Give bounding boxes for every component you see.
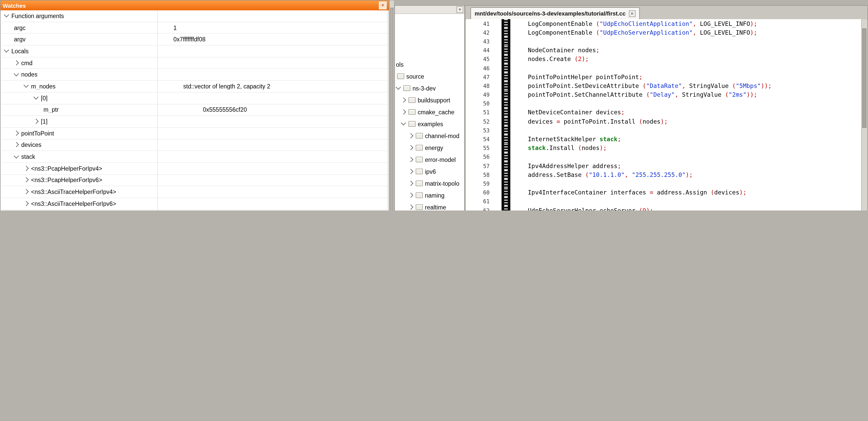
line-number[interactable]: 48: [466, 83, 494, 89]
watch-row[interactable]: Function arguments: [1, 10, 388, 22]
tree-item-ns-3-dev[interactable]: ns-3-dev: [395, 82, 464, 94]
breakpoint-margin[interactable]: [501, 143, 510, 152]
expand-icon[interactable]: [408, 181, 413, 186]
gutter-marker[interactable]: [494, 135, 501, 143]
expand-icon[interactable]: [408, 157, 413, 162]
collapse-icon[interactable]: [24, 83, 29, 88]
expand-icon[interactable]: [33, 119, 38, 124]
breakpoint-margin[interactable]: [501, 37, 510, 46]
watch-row[interactable]: [1]: [1, 116, 388, 128]
breakpoint-margin[interactable]: [501, 46, 510, 55]
collapse-icon[interactable]: [4, 48, 9, 53]
breakpoint-margin[interactable]: [501, 55, 510, 64]
expand-icon[interactable]: [24, 177, 29, 183]
watch-row[interactable]: m_nodesstd::vector of length 2, capacity…: [1, 81, 388, 92]
watch-row[interactable]: m_tcpFactory: [1, 210, 388, 210]
breakpoint-margin[interactable]: [501, 99, 510, 108]
editor-vscrollbar[interactable]: [861, 19, 867, 210]
expand-icon[interactable]: [408, 169, 413, 174]
close-icon[interactable]: ×: [629, 10, 636, 17]
breakpoint-margin[interactable]: [501, 72, 510, 81]
tree-item-error-model[interactable]: error-model: [395, 154, 464, 165]
line-number[interactable]: 53: [466, 127, 494, 133]
collapse-icon[interactable]: [401, 120, 406, 125]
watch-row[interactable]: cmd: [1, 57, 388, 69]
expand-icon[interactable]: [401, 97, 406, 102]
expand-icon[interactable]: [408, 204, 413, 209]
collapse-icon[interactable]: [14, 154, 19, 158]
editor-tab[interactable]: mnt/dev/tools/source/ns-3-dev/examples/t…: [470, 7, 640, 19]
file-tree[interactable]: olssourcens-3-devbuildsupportcmake_cache…: [395, 14, 464, 210]
line-number[interactable]: 56: [466, 154, 494, 160]
tree-item-matrix-topolo[interactable]: matrix-topolo: [395, 177, 464, 189]
line-number[interactable]: 60: [466, 189, 494, 195]
breakpoint-margin[interactable]: [501, 135, 510, 143]
close-icon[interactable]: ×: [457, 6, 463, 13]
code-area[interactable]: 41 LogComponentEnable ("UdpEchoClientApp…: [466, 19, 867, 210]
gutter-marker[interactable]: [494, 117, 501, 126]
collapse-icon[interactable]: [4, 13, 9, 18]
watches-titlebar[interactable]: Watches ×: [1, 1, 389, 10]
line-number[interactable]: 51: [466, 109, 494, 116]
tree-item-channel-mod[interactable]: channel-mod: [395, 130, 464, 142]
breakpoint-margin[interactable]: [501, 108, 510, 117]
expand-icon[interactable]: [408, 192, 413, 198]
collapse-icon[interactable]: [14, 72, 19, 76]
gutter-marker[interactable]: [494, 108, 501, 117]
expand-icon[interactable]: [14, 131, 19, 136]
watch-row[interactable]: m_ptr0x55555556cf20: [1, 104, 388, 116]
line-number[interactable]: 46: [466, 65, 494, 71]
breakpoint-margin[interactable]: [501, 126, 510, 135]
watch-row[interactable]: nodes: [1, 69, 388, 81]
tree-item-examples[interactable]: examples: [395, 118, 464, 130]
tree-item-energy[interactable]: energy: [395, 142, 464, 154]
gutter-marker[interactable]: [494, 197, 501, 206]
line-number[interactable]: 58: [466, 172, 494, 178]
line-number[interactable]: 42: [466, 30, 494, 36]
gutter-marker[interactable]: [494, 82, 501, 90]
breakpoint-margin[interactable]: [501, 197, 510, 206]
line-number[interactable]: 45: [466, 56, 494, 62]
watch-row[interactable]: <ns3::PcapHelperForIpv6>: [1, 174, 388, 186]
expand-icon[interactable]: [24, 201, 29, 206]
breakpoint-margin[interactable]: [501, 206, 510, 210]
gutter-marker[interactable]: [494, 126, 501, 135]
watch-row[interactable]: argc1: [1, 22, 388, 34]
watches-tree[interactable]: Function argumentsargc1argv0x7fffffffdf0…: [1, 10, 388, 210]
expand-icon[interactable]: [24, 189, 29, 194]
expand-icon[interactable]: [14, 60, 19, 65]
gutter-marker[interactable]: [494, 206, 501, 210]
breakpoint-margin[interactable]: [501, 170, 510, 179]
line-number[interactable]: 50: [466, 101, 494, 107]
gutter-marker[interactable]: [494, 99, 501, 108]
watch-row[interactable]: argv0x7fffffffdf08: [1, 34, 388, 45]
gutter-marker[interactable]: [494, 37, 501, 46]
watch-row[interactable]: <ns3::PcapHelperForIpv4>: [1, 163, 388, 174]
expand-icon[interactable]: [14, 142, 19, 148]
breakpoint-margin[interactable]: [501, 64, 510, 72]
breakpoint-margin[interactable]: [501, 90, 510, 99]
gutter-marker[interactable]: [494, 161, 501, 170]
gutter-marker[interactable]: [494, 46, 501, 55]
breakpoint-margin[interactable]: [501, 19, 510, 28]
tree-item-ols[interactable]: ols: [395, 59, 464, 70]
line-number[interactable]: 52: [466, 118, 494, 124]
gutter-marker[interactable]: [494, 64, 501, 72]
gutter-marker[interactable]: [494, 153, 501, 161]
scrollbar-thumb[interactable]: [390, 8, 393, 210]
line-number[interactable]: 44: [466, 47, 494, 53]
expand-icon[interactable]: [408, 133, 413, 138]
tree-item-source[interactable]: source: [395, 70, 464, 82]
line-number[interactable]: 62: [466, 207, 494, 210]
tree-item-realtime[interactable]: realtime: [395, 201, 464, 210]
line-number[interactable]: 57: [466, 163, 494, 169]
breakpoint-margin[interactable]: [501, 188, 510, 197]
line-number[interactable]: 49: [466, 92, 494, 98]
expand-icon[interactable]: [24, 166, 29, 171]
gutter-marker[interactable]: [494, 90, 501, 99]
line-number[interactable]: 41: [466, 21, 494, 27]
scrollbar-thumb[interactable]: [862, 28, 866, 128]
watch-row[interactable]: stack: [1, 151, 388, 163]
breakpoint-margin[interactable]: [501, 28, 510, 37]
tree-item-cmake-cache[interactable]: cmake_cache: [395, 106, 464, 118]
